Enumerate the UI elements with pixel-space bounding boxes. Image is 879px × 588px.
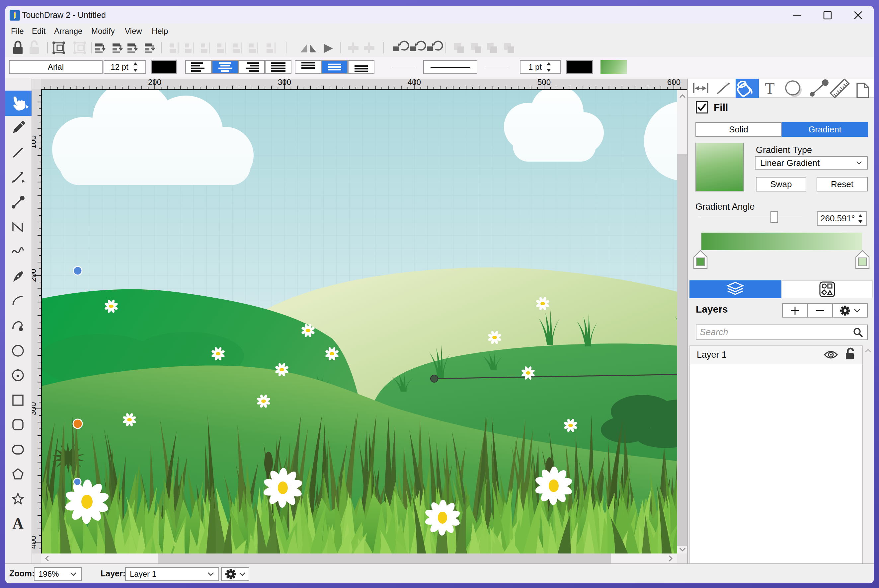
svg-text:200: 200 xyxy=(32,269,38,282)
svg-text:100: 100 xyxy=(32,135,38,148)
svg-text:300: 300 xyxy=(278,79,291,87)
svg-text:300: 300 xyxy=(32,402,38,416)
svg-text:500: 500 xyxy=(538,79,551,87)
svg-text:200: 200 xyxy=(148,79,161,87)
svg-text:400: 400 xyxy=(408,79,421,87)
svg-text:600: 600 xyxy=(667,79,681,87)
svg-text:400: 400 xyxy=(32,536,38,549)
svg-text:T: T xyxy=(765,80,774,97)
svg-text:A: A xyxy=(12,515,23,532)
